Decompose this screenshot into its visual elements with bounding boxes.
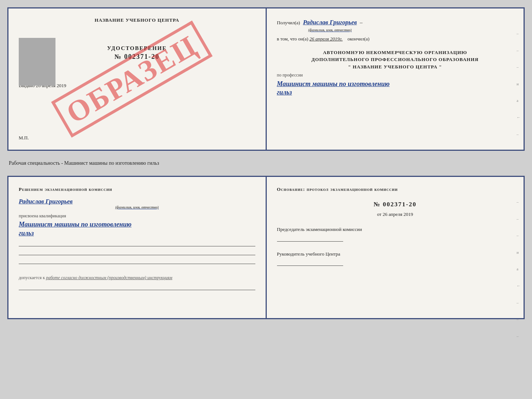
diploma-right-page: Получил(а) Радислав Григорьев (фамилия, … <box>267 8 524 150</box>
photo-placeholder <box>19 38 55 86</box>
recipient-line: Получил(а) Радислав Григорьев (фамилия, … <box>277 17 514 33</box>
diploma-left-page: НАЗВАНИЕ УЧЕБНОГО ЦЕНТРА УДОСТОВЕРЕНИЕ №… <box>8 8 267 150</box>
qual-left-page: Решением экзаменационной комиссии Радисл… <box>8 177 267 318</box>
qualification-book: Решением экзаменационной комиссии Радисл… <box>7 176 525 319</box>
received-label: Получил(а) <box>277 19 300 27</box>
date-intro: в том, что он(а) <box>277 36 309 42</box>
finished-label: окончил(а) <box>348 36 370 42</box>
qual-allowed-text: работе согласно должностным (производств… <box>46 275 172 280</box>
specialty-line: Рабочая специальность - Машинист машины … <box>7 157 525 169</box>
qual-right-page: Основание: протокол экзаменационной коми… <box>267 177 524 318</box>
date-line: в том, что он(а) 26 апреля 2019г. окончи… <box>277 35 514 43</box>
underline-4 <box>19 284 255 290</box>
center-head-label: Руководитель учебного Центра <box>277 250 514 266</box>
decision-title: Решением экзаменационной комиссии <box>19 186 255 193</box>
qual-fio-hint: (фамилия, имя, отчество) <box>19 205 255 210</box>
watermark-obrazec: ОБРАЗЕЦ <box>51 21 213 138</box>
page-wrapper: НАЗВАНИЕ УЧЕБНОГО ЦЕНТРА УДОСТОВЕРЕНИЕ №… <box>7 7 525 319</box>
profession-label: по профессии <box>277 72 514 79</box>
qual-right-edge-hints: – – – и а ← – – – <box>517 199 521 339</box>
qual-person-name: Радислав Григорьев (фамилия, имя, отчест… <box>19 198 255 210</box>
right-edge-hints: – – – и а ← – <box>517 31 521 138</box>
underline-1 <box>19 240 255 246</box>
qual-assigned-label: присвоена квалификация <box>19 213 255 220</box>
qual-basis-title: Основание: протокол экзаменационной коми… <box>277 186 514 193</box>
protocol-number: № 002371-20 <box>277 199 514 209</box>
protocol-date: от 26 апреля 2019 <box>277 211 514 218</box>
date-value: 26 апреля 2019г. <box>309 36 342 42</box>
qual-profession: Машинист машины по изготовлению гильз <box>19 220 255 238</box>
fio-hint: (фамилия, имя, отчество) <box>303 27 357 33</box>
mp-label: М.П. <box>19 135 29 141</box>
center-signature-line <box>277 259 343 266</box>
recipient-name: Радислав Григорьев (фамилия, имя, отчест… <box>303 17 357 33</box>
commission-head-label: Председатель экзаменационной комиссии <box>277 226 514 242</box>
org-name: АВТОНОМНУЮ НЕКОММЕРЧЕСКУЮ ОРГАНИЗАЦИЮ ДО… <box>277 49 514 71</box>
profession-value: Машинист машины по изготовлению гильз <box>277 80 514 97</box>
qual-allowed-label: допускается к работе согласно должностны… <box>19 274 255 281</box>
dash-symbol: – <box>360 18 363 27</box>
diploma-school-title: НАЗВАНИЕ УЧЕБНОГО ЦЕНТРА <box>19 17 255 23</box>
underline-3 <box>19 257 255 264</box>
diploma-book: НАЗВАНИЕ УЧЕБНОГО ЦЕНТРА УДОСТОВЕРЕНИЕ №… <box>7 7 525 151</box>
underline-2 <box>19 249 255 255</box>
commission-signature-line <box>277 235 343 242</box>
